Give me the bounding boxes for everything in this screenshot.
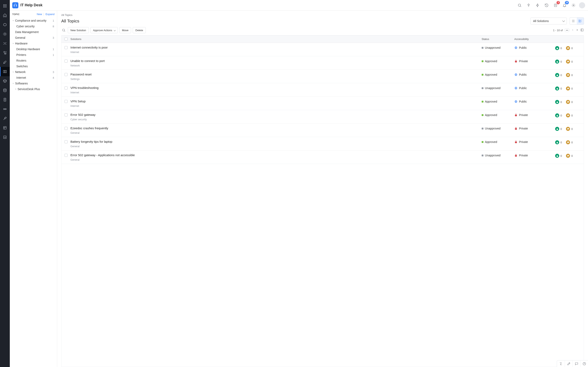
breadcrumb[interactable]: All Topics [61,13,584,17]
row-checkbox[interactable] [65,73,68,76]
database-icon[interactable] [0,86,10,95]
approve-actions-button[interactable]: Approve Actions [90,27,118,33]
bug-icon[interactable] [0,29,10,39]
row-checkbox[interactable] [65,127,68,130]
notifications-icon[interactable]: 19 [561,2,568,9]
topic-tree-item[interactable]: Internet4 [10,75,56,81]
reports-icon[interactable] [0,133,10,142]
table-row[interactable]: VPN troubleshootingInternetUnapprovedPub… [61,83,584,97]
topic-expand-link[interactable]: Expand [45,13,54,16]
shuffle-icon[interactable] [0,39,10,48]
receipt-icon[interactable] [0,95,10,104]
new-solution-button[interactable]: New Solution [68,27,89,33]
row-checkbox[interactable] [65,46,68,49]
row-checkbox[interactable] [65,113,68,117]
topic-tree-item[interactable]: Printers1 [10,52,56,58]
topic-tree-item[interactable]: Softwares [10,81,56,86]
zia-assist-icon[interactable] [557,360,565,367]
solution-title[interactable]: Error 502 gateway - Applications not acc… [70,153,480,157]
topic-tree-item[interactable]: Desktop Hardware1 [10,46,56,52]
package-icon[interactable] [0,76,10,86]
thumbs-up-icon [555,59,559,64]
pending-badge: 3 [557,1,560,4]
table-row[interactable]: Internet connectivity is poorInternetUna… [61,43,584,56]
select-all-checkbox[interactable] [65,38,68,41]
topic-tree-item[interactable]: Network3 [10,69,56,75]
topic-count: 1 [52,48,54,51]
row-checkbox[interactable] [65,59,68,63]
col-accessibility[interactable]: Accessibility [514,38,555,41]
comments-count: 0 [571,87,573,90]
help-icon[interactable] [580,360,588,367]
rocket-icon[interactable] [0,58,10,67]
col-solutions[interactable]: Solutions [70,38,482,41]
solutions-search-icon[interactable] [61,27,66,33]
svg-rect-24 [515,61,517,62]
row-checkbox[interactable] [65,154,68,157]
settings-gear-icon[interactable] [570,2,577,9]
wrench-icon[interactable] [0,114,10,123]
integrations-icon[interactable] [0,48,10,58]
chevron-down-icon[interactable] [11,42,15,45]
table-row[interactable]: VPN SetupInternetApprovedPublic00 [61,97,584,110]
knowledge-base-icon[interactable] [0,67,10,76]
delete-button[interactable]: Delete [133,27,146,33]
ticket-icon[interactable] [0,20,10,29]
chevron-down-icon[interactable] [11,82,15,85]
solution-title[interactable]: VPN Setup [70,100,480,103]
filter-select[interactable]: All Solutions [530,17,567,25]
pending-actions-icon[interactable]: 3 [552,2,559,9]
column-settings-icon[interactable] [580,28,584,33]
status-indicator-icon [482,141,484,143]
history-icon[interactable] [543,2,550,9]
pin-icon[interactable] [525,2,532,9]
solution-title[interactable]: Battery longevity tips for laptop [70,140,480,143]
pager-total-button[interactable]: ••• [564,28,570,32]
topic-tree-item[interactable]: ServiceDesk Plus [10,86,56,92]
compose-icon[interactable] [565,360,572,367]
solution-title[interactable]: Ezeedoc crashes frequently [70,126,480,130]
chat-icon[interactable] [572,360,580,367]
row-checkbox[interactable] [65,140,68,143]
view-detail-icon[interactable] [577,17,584,25]
bolt-icon[interactable] [534,2,541,9]
likes-count: 0 [561,141,562,144]
table-header: Solutions Status Accessibility [61,35,584,43]
row-checkbox[interactable] [65,86,68,90]
user-avatar[interactable] [579,2,585,8]
solution-title[interactable]: Error 502 gateway [70,113,480,117]
table-row[interactable]: Ezeedoc crashes frequentlyGeneralUnappro… [61,124,584,137]
solution-title[interactable]: Internet connectivity is poor [70,46,480,49]
topic-new-link[interactable]: New [37,13,42,16]
table-row[interactable]: Password resetSettingsApprovedPublic00 [61,70,584,83]
topic-label: Printers [16,53,52,57]
pager-next-icon[interactable] [576,29,579,32]
table-row[interactable]: Unable to connect to portNetworkApproved… [61,56,584,70]
view-list-icon[interactable] [570,17,577,25]
layout-icon[interactable] [0,123,10,133]
topic-tree-item[interactable]: Compliance and security1 [10,18,56,24]
row-checkbox[interactable] [65,100,68,103]
solution-title[interactable]: Password reset [70,73,480,76]
table-row[interactable]: Error 502 gateway - Applications not acc… [61,150,584,164]
chevron-right-icon[interactable] [14,88,17,90]
solution-title[interactable]: Unable to connect to port [70,59,480,63]
topic-tree-item[interactable]: Data Management [10,29,56,35]
search-icon[interactable] [516,2,523,9]
topic-tree-item[interactable]: Cyber security8 [10,24,56,29]
topic-tree-item[interactable]: Routers [10,58,56,63]
topic-tree-item[interactable]: General3 [10,35,56,41]
solution-title[interactable]: VPN troubleshooting [70,86,480,90]
chevron-down-icon[interactable] [11,71,15,73]
move-button[interactable]: Move [120,27,131,33]
table-row[interactable]: Battery longevity tips for laptopGeneral… [61,137,584,150]
topic-tree-item[interactable]: Hardware [10,41,56,46]
home-icon[interactable] [0,11,10,20]
col-status[interactable]: Status [482,38,514,41]
table-row[interactable]: Error 502 gatewayCyber securityApprovedP… [61,110,584,124]
topic-tree-item[interactable]: Switches [10,63,56,69]
app-logo-icon [12,2,18,8]
apps-grid-icon[interactable] [0,1,10,11]
handshake-icon[interactable] [0,104,10,114]
chevron-down-icon[interactable] [11,19,15,22]
